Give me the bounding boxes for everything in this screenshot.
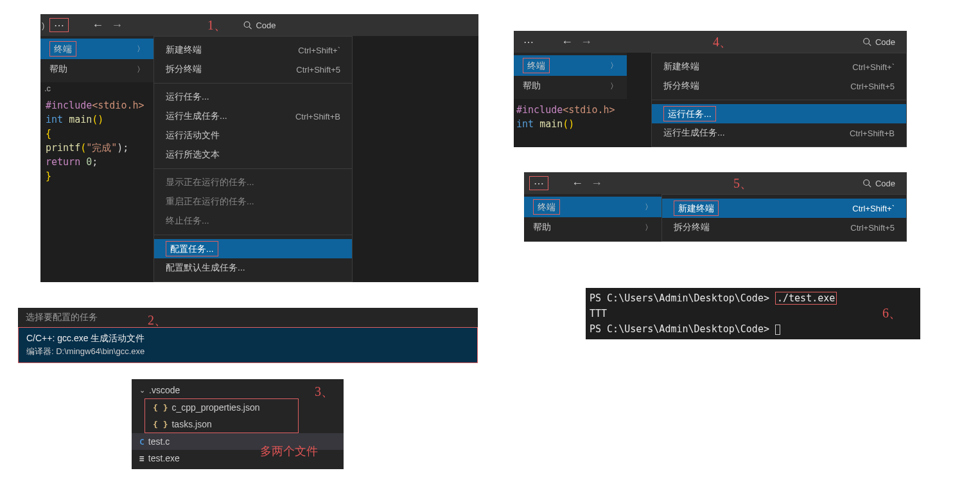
submenu-item[interactable]: 显示正在运行的任务... xyxy=(154,173,352,192)
command-center[interactable]: Code xyxy=(862,179,895,188)
submenu-item[interactable]: 运行生成任务...Ctrl+Shift+B xyxy=(652,123,906,143)
json-icon: { } xyxy=(153,403,168,413)
command-center[interactable]: Code xyxy=(243,21,276,30)
nav-back-icon[interactable]: ← xyxy=(561,35,573,49)
shortcut-label: Ctrl+Shift+B xyxy=(295,112,340,121)
titlebar-5: ⋯ ← → Code 5、 xyxy=(524,172,907,194)
terminal-output: TTT xyxy=(590,306,916,321)
nav-forward-icon[interactable]: → xyxy=(581,35,592,49)
submenu-item[interactable]: 运行活动文件 xyxy=(154,126,352,145)
search-text: Code xyxy=(875,37,895,47)
submenu-item[interactable]: 新建终端Ctrl+Shift+` xyxy=(154,40,352,60)
command-center[interactable]: Code xyxy=(862,37,895,47)
nav-arrows: ← → xyxy=(561,35,592,49)
chevron-down-icon: ⌄ xyxy=(139,386,145,395)
submenu-item[interactable]: 配置默认生成任务... xyxy=(154,258,352,278)
submenu-item[interactable]: 配置任务... xyxy=(154,239,352,258)
file-name: test.exe xyxy=(148,453,180,463)
submenu-item-label: 拆分终端 xyxy=(166,64,202,75)
overflow-menu: 终端 〉 帮助 〉 xyxy=(514,53,627,99)
submenu-item-label: 新建终端 xyxy=(166,44,202,56)
more-menu-button[interactable]: ⋯ xyxy=(529,176,548,190)
shortcut-label: Ctrl+Shift+` xyxy=(852,62,895,72)
more-menu-button[interactable]: ⋯ xyxy=(519,35,538,49)
chevron-right-icon: 〉 xyxy=(645,202,652,213)
menu-help[interactable]: 帮助 〉 xyxy=(514,76,627,96)
chevron-right-icon: 〉 xyxy=(137,44,144,55)
cursor-icon xyxy=(775,325,780,335)
more-menu-button[interactable]: ⋯ xyxy=(49,18,69,32)
step-1-label: 1、 xyxy=(207,17,227,34)
submenu-item[interactable]: 运行生成任务...Ctrl+Shift+B xyxy=(154,107,352,126)
nav-back-icon[interactable]: ← xyxy=(92,19,103,32)
file-row[interactable]: { } tasks.json xyxy=(145,416,298,433)
svg-point-0 xyxy=(244,22,250,28)
search-text: Code xyxy=(875,179,895,188)
chevron-right-icon: 〉 xyxy=(137,64,144,75)
tree-annotation: 多两个文件 xyxy=(260,443,318,459)
editor-tab[interactable]: .c xyxy=(40,82,153,94)
terminal[interactable]: PS C:\Users\Admin\Desktop\Code> ./test.e… xyxy=(586,288,920,339)
submenu-item-label: 显示正在运行的任务... xyxy=(166,177,254,188)
menu-terminal[interactable]: 终端 〉 xyxy=(40,39,153,59)
step-4-label: 4、 xyxy=(713,33,732,51)
menu-terminal[interactable]: 终端 〉 xyxy=(524,197,661,217)
step-3-label: 3、 xyxy=(315,383,334,400)
submenu-item[interactable]: 重启正在运行的任务... xyxy=(154,192,352,211)
submenu-item[interactable]: 新建终端Ctrl+Shift+` xyxy=(662,199,906,218)
chevron-right-icon: 〉 xyxy=(610,81,618,92)
file-row[interactable]: { } c_cpp_properties.json xyxy=(145,399,298,416)
shortcut-label: Ctrl+Shift+5 xyxy=(850,223,895,233)
nav-arrows: ← → xyxy=(572,177,602,190)
nav-back-icon[interactable]: ← xyxy=(572,177,583,190)
task-picker-sub: 编译器: D:\mingw64\bin\gcc.exe xyxy=(26,346,469,357)
search-text: Code xyxy=(256,21,276,30)
svg-point-2 xyxy=(864,39,870,44)
search-icon xyxy=(243,21,252,30)
submenu-item[interactable]: 拆分终端Ctrl+Shift+5 xyxy=(154,60,352,79)
submenu-item-label: 运行活动文件 xyxy=(166,130,220,141)
submenu-item-label: 配置任务... xyxy=(166,241,218,256)
nav-forward-icon[interactable]: → xyxy=(111,19,123,32)
terminal-submenu: 新建终端Ctrl+Shift+`拆分终端Ctrl+Shift+5运行任务...运… xyxy=(651,53,907,147)
menu-terminal[interactable]: 终端 〉 xyxy=(514,55,627,76)
shortcut-label: Ctrl+Shift+` xyxy=(852,204,895,213)
submenu-item[interactable]: 终止任务... xyxy=(154,211,352,231)
terminal-submenu: 新建终端Ctrl+Shift+`拆分终端Ctrl+Shift+5运行任务...运… xyxy=(153,36,353,282)
submenu-item-label: 拆分终端 xyxy=(663,80,699,92)
menu-terminal-label: 终端 xyxy=(49,41,76,57)
svg-line-5 xyxy=(869,185,871,188)
nav-forward-icon[interactable]: → xyxy=(591,177,602,190)
submenu-item[interactable]: 运行任务... xyxy=(154,87,352,107)
shortcut-label: Ctrl+Shift+` xyxy=(298,46,340,55)
json-icon: { } xyxy=(153,420,168,429)
file-name: tasks.json xyxy=(171,419,211,429)
submenu-item[interactable]: 拆分终端Ctrl+Shift+5 xyxy=(652,76,906,96)
task-picker-title: C/C++: gcc.exe 生成活动文件 xyxy=(26,333,469,344)
task-picker-header: 选择要配置的任务 xyxy=(18,308,478,327)
submenu-item[interactable]: 新建终端Ctrl+Shift+` xyxy=(652,57,906,76)
folder-row[interactable]: ⌄ .vscode xyxy=(132,382,344,398)
task-picker-item[interactable]: C/C++: gcc.exe 生成活动文件 编译器: D:\mingw64\bi… xyxy=(18,327,478,363)
menu-help[interactable]: 帮助 〉 xyxy=(524,217,661,238)
menu-terminal-label: 终端 xyxy=(533,199,560,215)
svg-line-3 xyxy=(869,44,871,46)
code-editor[interactable]: #include<stdio.h> int main() xyxy=(514,99,651,135)
code-editor[interactable]: #include<stdio.h> int main() { printf("完… xyxy=(40,94,153,187)
search-icon xyxy=(862,37,871,46)
submenu-item[interactable]: 拆分终端Ctrl+Shift+5 xyxy=(662,218,906,237)
menu-help[interactable]: 帮助 〉 xyxy=(40,59,153,80)
submenu-item[interactable]: 运行所选文本 xyxy=(154,145,352,165)
c-file-icon: C xyxy=(139,437,144,447)
submenu-item-label: 运行生成任务... xyxy=(663,127,725,139)
submenu-item-label: 运行任务... xyxy=(166,91,209,103)
exe-icon: ≡ xyxy=(139,454,144,463)
prompt: PS C:\Users\Admin\Desktop\Code> xyxy=(590,323,775,335)
terminal-submenu: 新建终端Ctrl+Shift+`拆分终端Ctrl+Shift+5 xyxy=(661,194,907,242)
submenu-item-label: 新建终端 xyxy=(674,201,719,216)
titlebar-4: ⋯ ← → Code 4、 xyxy=(514,31,907,53)
submenu-item[interactable]: 运行任务... xyxy=(652,104,906,123)
overflow-menu: 终端 〉 帮助 〉 xyxy=(40,36,153,82)
nav-arrows: ← → xyxy=(92,19,123,32)
step-6-label: 6、 xyxy=(882,305,902,322)
